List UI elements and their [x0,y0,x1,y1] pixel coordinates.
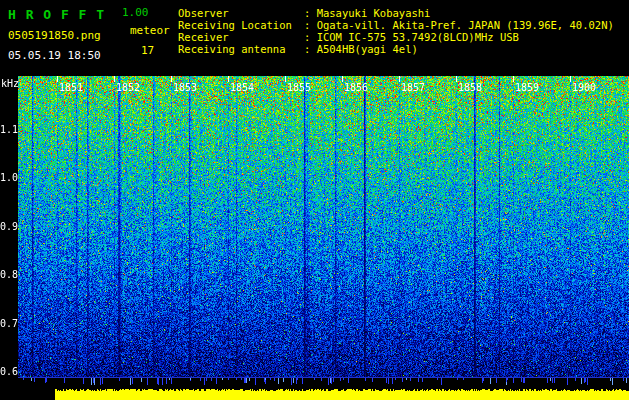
info-separator: : [304,19,317,31]
time-tick-label: 1855 [287,82,311,93]
station-info-line: Receiver: ICOM IC-575 53.7492(8LCD)MHz U… [178,31,614,43]
minute-tick [114,76,115,82]
station-info-line: Receiving Location: Ogata-vill. Akita-Pr… [178,19,614,31]
spectrogram-canvas [18,76,629,377]
minute-tick [570,76,571,82]
minute-tick [513,76,514,82]
info-label: Receiving Location [178,19,304,31]
time-tick-label: 1856 [344,82,368,93]
header-left: H R O F F T 1.00 0505191850.png meteor 0… [8,4,178,64]
mode-label: meteor [130,24,170,37]
freq-tick-label: 0.8 [0,269,18,280]
minute-tick [399,76,400,82]
info-separator: : [304,43,317,55]
time-tick-label: 1858 [458,82,482,93]
minute-tick [285,76,286,82]
time-tick-label: 1857 [401,82,425,93]
filename-row: 0505191850.png meteor [8,24,178,44]
freq-tick-label: 1.0 [0,172,18,183]
info-value: ICOM IC-575 53.7492(8LCD)MHz USB [317,31,519,43]
app-version: 1.00 [122,6,149,19]
info-label: Receiving antenna [178,43,304,55]
app-title: H R O F F T [8,7,105,22]
time-tick-label: 1853 [173,82,197,93]
freq-tick-label: 1.1 [0,124,18,135]
level-bar-canvas [0,377,629,400]
info-separator: : [304,31,317,43]
datetime-label: 05.05.19 18:50 [8,49,101,62]
station-info-line: Observer: Masayuki Kobayashi [178,7,614,19]
minute-tick [342,76,343,82]
freq-tick-label: 0.7 [0,318,18,329]
info-value: A504HB(yagi 4el) [317,43,418,55]
info-value: Ogata-vill. Akita-Pref. JAPAN (139.96E, … [317,19,614,31]
time-tick-label: 1852 [116,82,140,93]
output-filename: 0505191850.png [8,29,101,42]
minute-tick [228,76,229,82]
station-info: Observer: Masayuki KobayashiReceiving Lo… [178,7,614,55]
minute-tick [456,76,457,82]
hrofft-output: H R O F F T 1.00 0505191850.png meteor 0… [0,0,629,400]
freq-tick-label: 0.9 [0,221,18,232]
minute-tick [171,76,172,82]
station-info-line: Receiving antenna: A504HB(yagi 4el) [178,43,614,55]
freq-axis-unit: kHz [1,78,19,89]
title-row: H R O F F T 1.00 [8,4,178,24]
time-tick-label: 1854 [230,82,254,93]
meteor-count: 17 [141,44,154,57]
datetime-row: 05.05.19 18:50 17 [8,44,178,64]
freq-tick-label: 0.6 [0,366,18,377]
time-tick-label: 1859 [515,82,539,93]
info-separator: : [304,7,317,19]
info-label: Observer [178,7,304,19]
info-label: Receiver [178,31,304,43]
time-tick-label: 1900 [572,82,596,93]
time-tick-label: 1851 [59,82,83,93]
minute-tick [57,76,58,82]
info-value: Masayuki Kobayashi [317,7,431,19]
